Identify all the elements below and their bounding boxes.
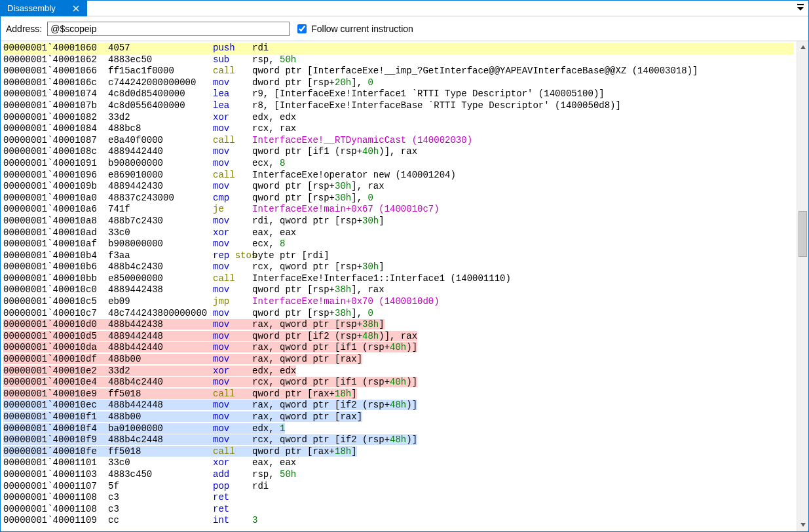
close-icon[interactable] [71,4,81,13]
disasm-row[interactable]: 00000001`400010744c8d0d85400000lear9, [I… [3,88,794,100]
disasm-row[interactable]: 00000001`4000106cc744242000000000movdwor… [3,77,794,89]
bytes: 741f [108,204,213,216]
disasm-row[interactable]: 00000001`400010e233d2xoredx, edx [3,366,794,377]
address-input[interactable] [47,22,290,36]
addr: 00000001`40001103 [3,469,108,481]
bytes: c744242000000000 [108,77,213,89]
tab-bar: Disassembly [1,1,808,16]
bytes: 4889442440 [108,146,213,158]
operands: qword ptr [rsp+30h], 0 [252,193,373,203]
mnemonic: jmp [213,296,252,308]
disasm-row[interactable]: 00000001`400010feff5018callqword ptr [ra… [3,446,794,458]
addr: 00000001`400010d0 [3,319,108,331]
disasm-row[interactable]: 00000001`400010bbe850000000callInterface… [3,273,794,285]
mnemonic: pop [213,481,252,493]
operands: ecx, 8 [252,158,285,168]
operands: 3 [252,515,257,525]
address-label: Address: [6,24,42,34]
operands: rsp, 50h [252,469,296,480]
scroll-track[interactable] [797,54,808,519]
disasm-row[interactable]: 00000001`40001091b908000000movecx, 8 [3,158,794,170]
disasm-row[interactable]: 00000001`40001108c3ret [3,492,794,504]
mnemonic: add [213,469,252,481]
disasm-row[interactable]: 00000001`400010604057pushrdi [3,43,794,54]
addr: 00000001`400010df [3,354,108,366]
operands: rdi [252,481,269,491]
addr: 00000001`40001091 [3,158,108,170]
mnemonic: mov [213,216,252,227]
disasm-row[interactable]: 00000001`4000110133c0xoreax, eax [3,457,794,469]
disasm-row[interactable]: 00000001`40001084488bc8movrcx, rax [3,123,794,135]
disasm-row[interactable]: 00000001`400010a048837c243000cmpqword pt… [3,193,794,204]
operands: edx, edx [252,366,296,376]
mnemonic: sub [213,54,252,66]
operands: qword ptr [rax+18h] [252,446,357,457]
disasm-row[interactable]: 00000001`400010d54889442448movqword ptr … [3,331,794,343]
disasm-row[interactable]: 00000001`400010df488b00movrax, qword ptr… [3,354,794,366]
addr: 00000001`40001062 [3,54,108,66]
disasm-row[interactable]: 00000001`400010da488b442440movrax, qword… [3,342,794,354]
operands: rdi [252,43,269,53]
disasm-row[interactable]: 00000001`400010d0488b442438movrax, qword… [3,319,794,331]
disasm-row[interactable]: 00000001`40001087e8a40f0000callInterface… [3,135,794,147]
disasm-row[interactable]: 00000001`400010a6741fjeInterfaceExe!main… [3,204,794,216]
scroll-down-icon[interactable] [800,519,806,531]
addr: 00000001`4000106c [3,77,108,89]
mnemonic: rep stos [213,250,252,262]
disasm-row[interactable]: 00000001`40001108c3ret [3,504,794,516]
operands: rdi, qword ptr [rsp+30h] [252,216,385,226]
operands: byte ptr [rdi] [252,250,329,261]
disasm-row[interactable]: 00000001`400010b6488b4c2430movrcx, qword… [3,261,794,273]
vertical-scrollbar[interactable] [797,41,808,531]
disasm-row[interactable]: 00000001`400010c5eb09jmpInterfaceExe!mai… [3,296,794,308]
mnemonic: mov [213,319,252,331]
disasm-row[interactable]: 00000001`40001109ccint3 [3,515,794,527]
disasm-row[interactable]: 00000001`400010f1488b00movrax, qword ptr… [3,411,794,423]
bytes: 488bc8 [108,123,213,135]
disasm-row[interactable]: 00000001`400010c748c744243800000000movqw… [3,308,794,320]
disasm-row[interactable]: 00000001`400010a8488b7c2430movrdi, qword… [3,216,794,227]
disasm-row[interactable]: 00000001`4000109b4889442430movqword ptr … [3,181,794,193]
disasm-row[interactable]: 00000001`400010f9488b4c2448movrcx, qword… [3,434,794,446]
scroll-up-icon[interactable] [800,41,806,54]
addr: 00000001`400010fe [3,446,108,458]
operands: rcx, qword ptr [rsp+30h] [252,261,385,272]
window-menu-icon[interactable] [793,3,808,13]
disassembly-listing[interactable]: 00000001`400010604057pushrdi00000001`400… [1,41,797,531]
disasm-row[interactable]: 00000001`400010624883ec50subrsp, 50h [3,54,794,66]
disasm-row[interactable]: 00000001`400010ad33c0xoreax, eax [3,227,794,239]
disasm-row[interactable]: 00000001`400010afb908000000movecx, 8 [3,238,794,250]
bytes: 33c0 [108,227,213,239]
follow-checkbox[interactable] [297,24,307,33]
disasm-row[interactable]: 00000001`4000108233d2xoredx, edx [3,112,794,124]
bytes: 33d2 [108,112,213,124]
bytes: e869010000 [108,170,213,181]
disasm-row[interactable]: 00000001`400011034883c450addrsp, 50h [3,469,794,481]
disasm-row[interactable]: 00000001`400010b4f3aarep stosbyte ptr [r… [3,250,794,262]
addr: 00000001`400010a6 [3,204,108,216]
addr: 00000001`400010f1 [3,411,108,423]
disasm-row[interactable]: 00000001`4000108c4889442440movqword ptr … [3,146,794,158]
addr: 00000001`4000109b [3,181,108,193]
disasm-row[interactable]: 00000001`400010e4488b4c2440movrcx, qword… [3,377,794,389]
bytes: ff5018 [108,446,213,458]
bytes: 5f [108,481,213,493]
disasm-row[interactable]: 00000001`400010f4ba01000000movedx, 1 [3,423,794,435]
tab-disassembly[interactable]: Disassembly [1,1,87,16]
mnemonic: mov [213,434,252,446]
disasm-row[interactable]: 00000001`400010c04889442438movqword ptr … [3,284,794,296]
addr: 00000001`40001074 [3,88,108,100]
disasm-row[interactable]: 00000001`40001096e869010000callInterface… [3,170,794,181]
follow-checkbox-wrapper[interactable]: Follow current instruction [295,22,413,35]
disasm-row[interactable]: 00000001`400011075fpoprdi [3,481,794,493]
scroll-thumb[interactable] [799,211,807,257]
disasm-row[interactable]: 00000001`40001066ff15ac1f0000callqword p… [3,66,794,77]
bytes: 33d2 [108,366,213,377]
addr: 00000001`400010c0 [3,284,108,296]
addr: 00000001`40001087 [3,135,108,147]
disasm-row[interactable]: 00000001`4000107b4c8d0556400000lear8, [I… [3,100,794,112]
disasm-row[interactable]: 00000001`400010e9ff5018callqword ptr [ra… [3,389,794,400]
disasm-row[interactable]: 00000001`400010ec488b442448movrax, qword… [3,400,794,411]
mnemonic: ret [213,504,252,516]
bytes: 488b00 [108,411,213,423]
